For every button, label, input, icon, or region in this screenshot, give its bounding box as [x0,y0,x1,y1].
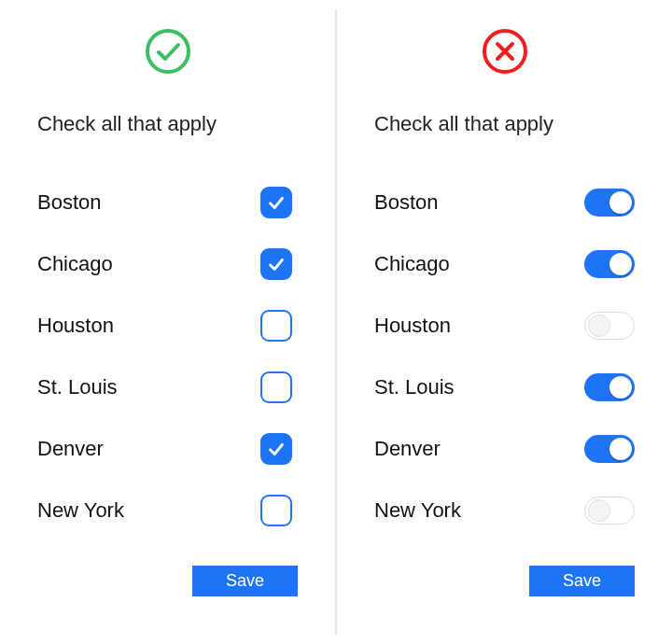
option-row: New York [37,480,298,541]
option-checkbox[interactable] [260,371,292,403]
option-label: Houston [374,314,451,338]
option-toggle[interactable] [584,312,635,340]
option-row: New York [374,480,635,541]
option-checkbox[interactable] [260,433,292,465]
option-label: Houston [37,314,114,338]
bad-heading: Check all that apply [374,112,635,136]
option-row: Houston [374,295,635,357]
option-toggle[interactable] [584,373,635,401]
option-label: New York [37,498,124,523]
option-checkbox[interactable] [260,495,292,526]
option-toggle[interactable] [584,435,635,463]
option-row: Denver [374,418,635,480]
option-row: St. Louis [374,357,635,418]
x-circle-icon [482,28,528,75]
option-label: Denver [374,437,441,461]
option-label: St. Louis [374,375,455,399]
option-label: Chicago [37,252,113,276]
save-button[interactable]: Save [529,566,635,596]
option-row: Denver [37,418,298,480]
toggle-knob-icon [588,315,610,337]
svg-point-0 [147,31,189,72]
option-toggle[interactable] [584,497,635,525]
check-circle-icon [145,28,191,75]
option-label: New York [374,498,461,523]
good-options-list: BostonChicagoHoustonSt. LouisDenverNew Y… [37,172,298,541]
option-checkbox[interactable] [260,248,292,280]
toggle-knob-icon [609,191,632,214]
toggle-knob-icon [609,376,632,399]
toggle-knob-icon [609,253,632,275]
option-toggle[interactable] [584,189,635,217]
option-toggle[interactable] [584,250,635,278]
option-row: Boston [374,172,635,233]
option-row: Chicago [374,233,635,295]
bad-example-panel: Check all that apply BostonChicagoHousto… [337,0,672,644]
toggle-knob-icon [588,499,610,522]
option-row: Boston [37,172,298,233]
option-label: Boston [374,190,439,215]
save-button[interactable]: Save [192,566,298,596]
good-example-panel: Check all that apply BostonChicagoHousto… [0,0,335,644]
option-checkbox[interactable] [260,187,292,218]
option-row: Houston [37,295,298,357]
bad-options-list: BostonChicagoHoustonSt. LouisDenverNew Y… [374,172,635,541]
option-label: Boston [37,190,102,215]
option-row: Chicago [37,233,298,295]
option-checkbox[interactable] [260,310,292,342]
good-heading: Check all that apply [37,112,298,136]
option-label: Denver [37,437,104,461]
toggle-knob-icon [609,438,632,460]
option-label: St. Louis [37,375,118,399]
option-label: Chicago [374,252,450,276]
option-row: St. Louis [37,357,298,418]
